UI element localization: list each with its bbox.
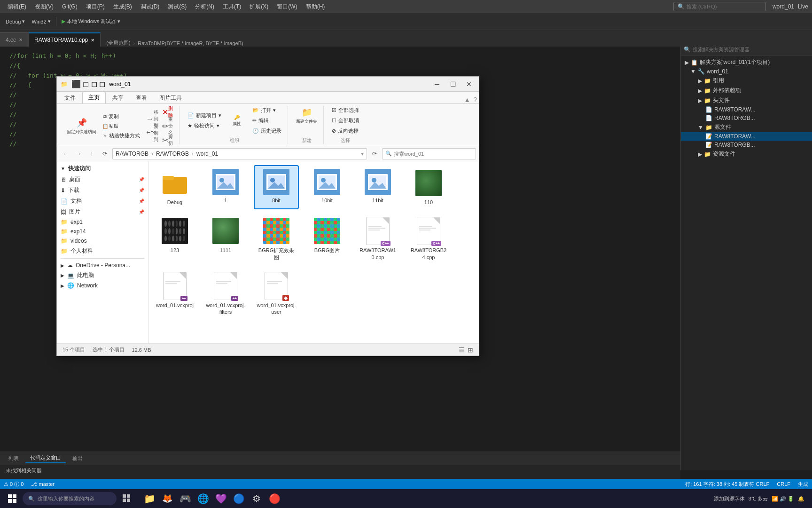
fe-minimize-btn[interactable]: ─ bbox=[431, 79, 443, 89]
easy-access-btn[interactable]: ★ 轻松访问 ▾ bbox=[185, 121, 224, 130]
task-view-btn[interactable] bbox=[118, 490, 135, 507]
run-button[interactable]: ▶ 本地 Windows 调试器 ▾ bbox=[59, 16, 124, 26]
fe-breadcrumb[interactable]: RAWTORGB › RAWTORGB › word_01 ▾ bbox=[112, 148, 367, 159]
file-item-123[interactable]: 123 bbox=[152, 213, 197, 264]
cut-btn[interactable]: ✂ 剪切 bbox=[162, 134, 175, 146]
nav-up-btn[interactable]: ↑ bbox=[86, 148, 97, 159]
ribbon-tab-picture-tools[interactable]: 图片工具 bbox=[154, 93, 187, 103]
file-item-8bit[interactable]: 8bit bbox=[254, 165, 299, 209]
nav-forward-btn[interactable]: → bbox=[73, 148, 84, 159]
file-item-vcxproj[interactable]: ++ word_01.vcxproj bbox=[152, 268, 197, 319]
taskbar-steam[interactable]: 🎮 bbox=[177, 490, 194, 507]
taskbar-vscode[interactable]: 🔵 bbox=[230, 490, 247, 507]
file-item-110[interactable]: 110 bbox=[406, 165, 451, 209]
file-item-1111[interactable]: 1111 bbox=[203, 213, 248, 264]
file-item-vcxproj-filters[interactable]: ++ word_01.vcxproj.filters bbox=[203, 268, 248, 319]
open-btn[interactable]: 📂 打开 ▾ bbox=[250, 106, 284, 115]
start-button[interactable] bbox=[4, 490, 21, 507]
tab-list[interactable]: 列表 bbox=[4, 454, 23, 463]
taskbar-vs[interactable]: 💜 bbox=[212, 490, 229, 507]
pin-to-quick-access-btn[interactable]: 📌 固定到快速访问 bbox=[64, 116, 99, 136]
taskbar-edge[interactable]: 🌐 bbox=[195, 490, 211, 507]
file-item-bgrg-expand[interactable]: BGRG扩充效果图 bbox=[254, 213, 299, 264]
search-input[interactable] bbox=[687, 4, 762, 9]
select-all-btn[interactable]: ☑ 全部选择 bbox=[329, 106, 361, 115]
tree-solution[interactable]: ▶ 📋 解决方案'word_01'(1个项目) bbox=[681, 57, 812, 67]
paste-btn[interactable]: 📋 粘贴 bbox=[101, 122, 142, 130]
taskbar-app2[interactable]: 🦊 bbox=[159, 490, 176, 507]
menu-extensions[interactable]: 扩展(X) bbox=[246, 2, 272, 12]
ribbon-collapse-btn[interactable]: ▲ bbox=[464, 96, 470, 103]
tree-external-deps[interactable]: ▶ 📁 外部依赖项 bbox=[681, 86, 812, 95]
sidebar-exp1[interactable]: 📁 exp1 bbox=[57, 217, 148, 227]
file-item-bgrg-pic[interactable]: BGRG图片 bbox=[304, 213, 350, 264]
menu-window[interactable]: 窗口(W) bbox=[273, 2, 301, 12]
tab-code-def[interactable]: 代码定义窗口 bbox=[25, 453, 66, 463]
taskbar-search-box[interactable]: 🔍 这里输入你要搜索的内容 bbox=[23, 492, 117, 505]
menu-tools[interactable]: 工具(T) bbox=[219, 2, 245, 12]
tree-raw8toraw[interactable]: 📄 RAW8TORAW... bbox=[681, 105, 812, 114]
fe-maximize-btn[interactable]: ☐ bbox=[447, 79, 459, 89]
sidebar-videos[interactable]: 📁 videos bbox=[57, 236, 148, 246]
tree-cpp2[interactable]: 📝 RAW8TORGB... bbox=[681, 141, 812, 149]
menu-test[interactable]: 测试(S) bbox=[164, 2, 190, 12]
tree-source[interactable]: ▼ 📁 源文件 bbox=[681, 122, 812, 132]
menu-project[interactable]: 项目(P) bbox=[82, 2, 109, 12]
new-folder-btn[interactable]: 📁 新建文件夹 bbox=[294, 106, 320, 126]
view-grid-icon[interactable]: ⊞ bbox=[468, 346, 473, 354]
nav-back-btn[interactable]: ← bbox=[60, 148, 71, 159]
file-item-debug[interactable]: Debug bbox=[152, 165, 197, 209]
ribbon-tab-view[interactable]: 查看 bbox=[130, 93, 153, 103]
fe-close-btn[interactable]: ✕ bbox=[463, 79, 475, 89]
toolbar-config[interactable]: Debug ▾ bbox=[3, 17, 28, 26]
view-list-icon[interactable]: ☰ bbox=[459, 346, 465, 354]
menu-help[interactable]: 帮助(H) bbox=[302, 2, 329, 12]
sidebar-network[interactable]: ▶ 🌐 Network bbox=[57, 281, 148, 290]
sidebar-personal[interactable]: 📁 个人材料 bbox=[57, 246, 148, 256]
edit-btn[interactable]: ✏ 编辑 bbox=[250, 116, 284, 125]
sidebar-desktop[interactable]: 🖥 桌面 📌 bbox=[57, 174, 148, 185]
breadcrumb-refresh-btn[interactable]: ⟳ bbox=[369, 148, 380, 159]
file-item-vcxproj-user[interactable]: ◆ word_01.vcxproj.user bbox=[254, 268, 299, 319]
taskbar-file-explorer[interactable]: 📁 bbox=[141, 490, 158, 507]
menubar-search-box[interactable]: 🔍 bbox=[673, 2, 766, 11]
sidebar-quick-access-header[interactable]: ▼ 快速访问 bbox=[57, 163, 148, 174]
sidebar-pictures[interactable]: 🖼 图片 📌 bbox=[57, 206, 148, 217]
file-item-11bit[interactable]: 11bit bbox=[355, 165, 400, 209]
ribbon-tab-share[interactable]: 共享 bbox=[107, 93, 129, 103]
taskbar-app6[interactable]: ⚙ bbox=[248, 490, 265, 507]
menu-edit[interactable]: 编辑(E) bbox=[4, 2, 30, 12]
rename-btn[interactable]: ✏ 重命名 bbox=[162, 120, 175, 132]
ribbon-tab-home[interactable]: 主页 bbox=[82, 92, 106, 103]
file-item-raw8torgb24[interactable]: C++ RAW8TORGB24.cpp bbox=[406, 213, 451, 264]
menu-git[interactable]: Git(G) bbox=[58, 2, 81, 11]
sidebar-documents[interactable]: 📄 文档 📌 bbox=[57, 196, 148, 206]
tree-resources[interactable]: ▶ 📁 资源文件 bbox=[681, 149, 812, 159]
fe-search-box[interactable]: 🔍 bbox=[382, 148, 476, 159]
history-btn[interactable]: 🕐 历史记录 bbox=[250, 127, 284, 135]
ribbon-tab-file[interactable]: 文件 bbox=[59, 93, 81, 103]
file-item-1[interactable]: 1 bbox=[203, 165, 248, 209]
fe-search-input[interactable] bbox=[394, 151, 464, 157]
file-item-raw8toraw10[interactable]: C++ RAW8TORAW10.cpp bbox=[355, 213, 400, 264]
toolbar-platform[interactable]: Win32 ▾ bbox=[29, 17, 53, 26]
menu-build[interactable]: 生成(B) bbox=[109, 2, 136, 12]
taskbar-app7[interactable]: 🔴 bbox=[266, 490, 283, 507]
sidebar-downloads[interactable]: ⬇ 下载 📌 bbox=[57, 185, 148, 196]
invert-select-btn[interactable]: ⊘ 反向选择 bbox=[329, 127, 361, 135]
taskbar-notification-btn[interactable]: 🔔 bbox=[798, 496, 804, 502]
menu-analyze[interactable]: 分析(N) bbox=[191, 2, 218, 12]
copy-btn[interactable]: ⧉ 复制 bbox=[101, 112, 142, 121]
nav-refresh-btn[interactable]: ⟳ bbox=[99, 148, 110, 159]
copy-to-btn[interactable]: ⬿ 复制到 bbox=[146, 127, 159, 139]
sidebar-exp14[interactable]: 📁 exp14 bbox=[57, 227, 148, 236]
tab-raw8toraw10[interactable]: RAW8TORAW10.cpp ✕ bbox=[29, 32, 101, 47]
close-tab-icon[interactable]: ✕ bbox=[19, 37, 23, 42]
tree-cpp1[interactable]: 📝 RAW8TORAW... bbox=[681, 132, 812, 141]
tree-project[interactable]: ▼ 🔧 word_01 bbox=[681, 67, 812, 76]
sidebar-this-pc[interactable]: ▶ 💻 此电脑 bbox=[57, 270, 148, 281]
new-item-btn[interactable]: 📄 新建项目 ▾ bbox=[185, 111, 224, 120]
menu-debug[interactable]: 调试(D) bbox=[137, 2, 164, 12]
tree-headers[interactable]: ▶ 📁 头文件 bbox=[681, 95, 812, 105]
paste-shortcut-btn[interactable]: ⤷ 粘贴快捷方式 bbox=[101, 131, 142, 140]
